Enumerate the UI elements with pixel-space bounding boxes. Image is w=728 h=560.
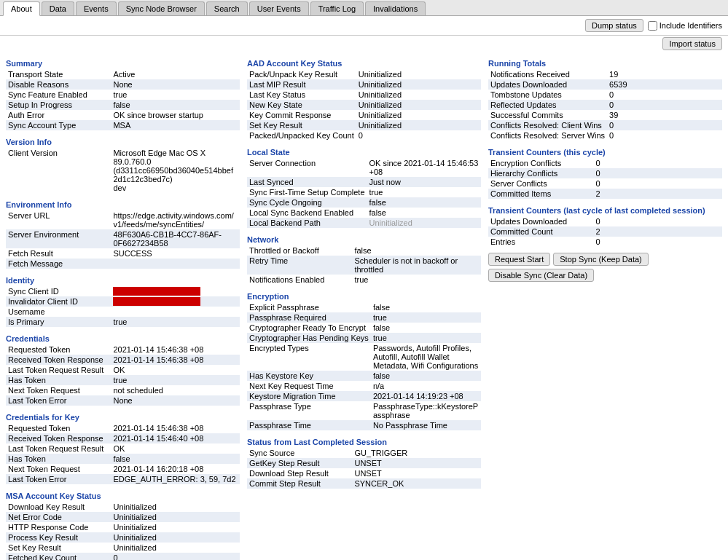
table-row: Process Key ResultUninitialized (6, 532, 240, 543)
transient-counters-title: Transient Counters (this cycle) (488, 148, 722, 157)
table-row: Sync Feature Enabledtrue (6, 90, 240, 100)
table-row: Passphrase TimeNo Passphrase Time (247, 420, 481, 430)
status-from-last-completed-session-title: Status from Last Completed Session (247, 438, 481, 446)
action-bar: Dump status Include Identifiers (0, 16, 728, 36)
table-row: Server ConnectionOK since 2021-01-14 15:… (247, 158, 481, 177)
table-row: Conflicts Resolved: Server Wins0 (488, 130, 722, 141)
tab-about[interactable]: About (3, 1, 40, 16)
network-title: Network (247, 235, 481, 244)
version-info-table: Client VersionMicrosoft Edge Mac OS X 89… (6, 148, 240, 193)
disable-sync-button[interactable]: Disable Sync (Clear Data) (488, 269, 594, 282)
table-row: Local Backend PathUninitialized (247, 218, 481, 228)
environment-info-title: Environment Info (6, 200, 240, 209)
table-row: Last SyncedJust now (247, 177, 481, 187)
table-row: Successful Commits39 (488, 110, 722, 120)
import-btn-wrap: Import status (0, 36, 728, 53)
table-row: Updates Downloaded6539 (488, 79, 722, 90)
request-start-button[interactable]: Request Start (488, 253, 550, 266)
table-row: Setup In Progressfalse (6, 100, 240, 110)
credentials-for-key-table: Requested Token2021-01-14 15:46:38 +08 R… (6, 423, 240, 484)
table-row: Next Token Request2021-01-14 16:20:18 +0… (6, 464, 240, 474)
version-info-title: Version Info (6, 138, 240, 146)
table-row: Received Token Response2021-01-14 15:46:… (6, 433, 240, 443)
table-row: Conflicts Resolved: Client Wins0 (488, 120, 722, 130)
table-row: Throttled or Backofffalse (247, 245, 481, 256)
table-row: Next Key Request Timen/a (247, 381, 481, 391)
running-totals-title: Running Totals (488, 59, 722, 68)
stop-sync-button[interactable]: Stop Sync (Keep Data) (553, 253, 649, 266)
table-row: Last Key StatusUninitialized (247, 90, 481, 100)
table-row: HTTP Response CodeUninitialized (6, 522, 240, 532)
status-from-last-completed-session-table: Sync SourceGU_TRIGGER GetKey Step Result… (247, 448, 481, 489)
identity-title: Identity (6, 276, 240, 285)
table-row: Committed Items2 (488, 189, 722, 199)
encryption-title: Encryption (247, 292, 481, 301)
table-row: Pack/Unpack Key ResultUninitialized (247, 69, 481, 79)
table-row: Passphrase TypePassphraseType::kKeystore… (247, 401, 481, 420)
table-row: Explicit Passphrasefalse (247, 302, 481, 312)
table-row: Tombstone Updates0 (488, 90, 722, 100)
table-row: Updates Downloaded0 (488, 216, 722, 226)
table-row: Sync SourceGU_TRIGGER (247, 448, 481, 458)
table-row: Keystore Migration Time2021-01-14 14:19:… (247, 391, 481, 401)
environment-info-table: Server URLhttps://edge.activity.windows.… (6, 210, 240, 269)
table-row: Reflected Updates0 (488, 100, 722, 110)
table-row: Auth ErrorOK since browser startup (6, 110, 240, 120)
include-identifiers-label[interactable]: Include Identifiers (648, 21, 722, 31)
tab-invalidations[interactable]: Invalidations (365, 1, 426, 15)
table-row: Last Token ErrorNone (6, 395, 240, 406)
table-row: Transport StateActive (6, 69, 240, 79)
table-row: Fetch ResultSUCCESS (6, 248, 240, 259)
summary-title: Summary (6, 59, 240, 68)
table-row: Requested Token2021-01-14 15:46:38 +08 (6, 423, 240, 433)
import-status-button[interactable]: Import status (662, 37, 722, 50)
column-2: AAD Account Key Status Pack/Unpack Key R… (247, 59, 481, 556)
table-row: Key Commit ResponseUninitialized (247, 110, 481, 120)
table-row: Retry TimeScheduler is not in backoff or… (247, 256, 481, 275)
tab-events[interactable]: Events (76, 1, 117, 15)
credentials-table: Requested Token2021-01-14 15:46:38 +08 R… (6, 344, 240, 406)
local-state-title: Local State (247, 148, 481, 157)
table-row: Server Environment48F630A6-CB1B-4CC7-86A… (6, 229, 240, 248)
table-row: Server URLhttps://edge.activity.windows.… (6, 210, 240, 229)
table-row: Download Key ResultUninitialized (6, 502, 240, 512)
tab-traffic-log[interactable]: Traffic Log (310, 1, 364, 15)
transient-counters-table: Encryption Conflicts0 Hierarchy Conflict… (488, 158, 722, 199)
table-row: Set Key ResultUninitialized (247, 120, 481, 130)
table-row: Notifications Received19 (488, 69, 722, 79)
tab-sync-node-browser[interactable]: Sync Node Browser (118, 1, 205, 15)
running-totals-table: Notifications Received19 Updates Downloa… (488, 69, 722, 141)
table-row: Entries0 (488, 237, 722, 247)
dump-status-button[interactable]: Dump status (585, 19, 643, 32)
table-row: Cryptographer Has Pending Keystrue (247, 333, 481, 343)
table-row: Last Token Request ResultOK (6, 443, 240, 454)
tab-data[interactable]: Data (42, 1, 74, 15)
table-row: Commit Step ResultSYNCER_OK (247, 478, 481, 489)
redacted-invalidator-client-id (113, 297, 200, 306)
table-row: Sync First-Time Setup Completetrue (247, 187, 481, 197)
table-row: Next Token Requestnot scheduled (6, 385, 240, 395)
table-row: Invalidator Client ID (6, 296, 240, 307)
include-identifiers-checkbox[interactable] (648, 21, 657, 31)
table-row: GetKey Step ResultUNSET (247, 458, 481, 468)
table-row: Sync Account TypeMSA (6, 120, 240, 130)
table-row: Last Token Request ResultOK (6, 365, 240, 375)
identity-table: Sync Client ID Invalidator Client ID Use… (6, 286, 240, 327)
tab-user-events[interactable]: User Events (249, 1, 309, 15)
table-row: Has Keystore Keyfalse (247, 371, 481, 381)
table-row: Disable ReasonsNone (6, 79, 240, 90)
encryption-table: Explicit Passphrasefalse Passphrase Requ… (247, 302, 481, 430)
table-row: Cryptographer Ready To Encryptfalse (247, 323, 481, 333)
column-1: Summary Transport StateActive Disable Re… (6, 59, 240, 556)
tab-search[interactable]: Search (206, 1, 248, 15)
table-row: New Key StateUninitialized (247, 100, 481, 110)
table-row: Set Key ResultUninitialized (6, 543, 240, 553)
aad-account-key-status-table: Pack/Unpack Key ResultUninitialized Last… (247, 69, 481, 141)
table-row: Hierarchy Conflicts0 (488, 168, 722, 178)
table-row: Local Sync Backend Enabledfalse (247, 208, 481, 218)
table-row: Net Error CodeUninitialized (6, 512, 240, 522)
summary-table: Transport StateActive Disable ReasonsNon… (6, 69, 240, 130)
action-buttons: Request Start Stop Sync (Keep Data) Disa… (488, 253, 722, 282)
table-row: Has Tokentrue (6, 375, 240, 385)
table-row: Sync Cycle Ongoingfalse (247, 197, 481, 208)
